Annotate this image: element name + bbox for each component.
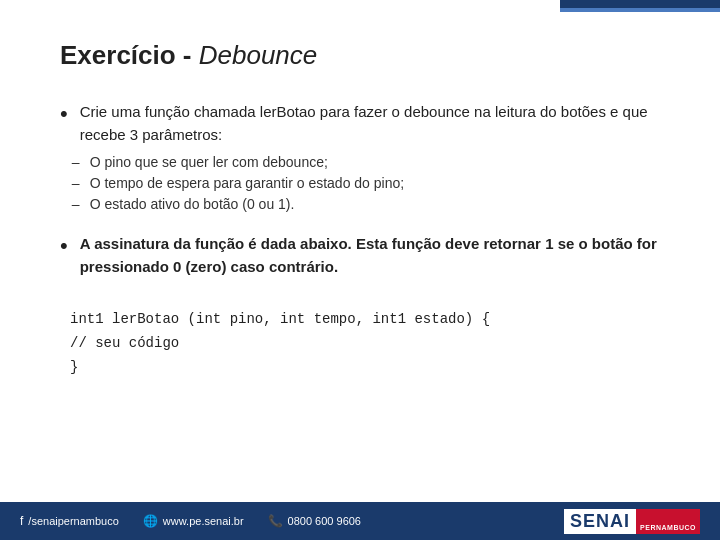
footer-website: 🌐 www.pe.senai.br [143, 514, 244, 528]
footer-phone: 📞 0800 600 9606 [268, 514, 361, 528]
footer-facebook: f /senaipernambuco [20, 514, 119, 528]
title-prefix: Exercício - [60, 40, 199, 70]
sub-item-1: O pino que se quer ler com debounce; [80, 152, 660, 173]
sub-list-1: O pino que se quer ler com debounce; O t… [80, 152, 660, 215]
facebook-icon: f [20, 514, 23, 528]
code-block: int1 lerBotao (int pino, int tempo, int1… [60, 308, 660, 379]
bullet-dot-2: • [60, 229, 68, 262]
slide-title: Exercício - Debounce [60, 40, 660, 71]
globe-icon: 🌐 [143, 514, 158, 528]
sub-item-2: O tempo de espera para garantir o estado… [80, 173, 660, 194]
footer-website-text: www.pe.senai.br [163, 515, 244, 527]
bullet-item-1: • Crie uma função chamada lerBotao para … [60, 101, 660, 215]
footer-bar: f /senaipernambuco 🌐 www.pe.senai.br 📞 0… [0, 502, 720, 540]
slide-content: Exercício - Debounce • Crie uma função c… [0, 0, 720, 502]
title-italic: Debounce [199, 40, 318, 70]
footer-right: SENAI PERNAMBUCO [564, 509, 700, 534]
bullet-list: • Crie uma função chamada lerBotao para … [60, 101, 660, 278]
code-line-2: // seu código [70, 332, 660, 356]
sub-item-3: O estado ativo do botão (0 ou 1). [80, 194, 660, 215]
bullet-item-2: • A assinatura da função é dada abaixo. … [60, 233, 660, 278]
senai-logo-sub: PERNAMBUCO [636, 509, 700, 534]
top-accent-bar-light [560, 8, 720, 12]
senai-logo-text: SENAI [564, 509, 636, 534]
senai-logo: SENAI PERNAMBUCO [564, 509, 700, 534]
footer-facebook-text: /senaipernambuco [28, 515, 119, 527]
code-line-3: } [70, 356, 660, 380]
footer-left: f /senaipernambuco 🌐 www.pe.senai.br 📞 0… [20, 514, 361, 528]
phone-icon: 📞 [268, 514, 283, 528]
slide: Exercício - Debounce • Crie uma função c… [0, 0, 720, 540]
footer-phone-text: 0800 600 9606 [288, 515, 361, 527]
bullet-1-text: Crie uma função chamada lerBotao para fa… [80, 103, 648, 143]
top-accent-bar [560, 0, 720, 8]
bullet-dot-1: • [60, 97, 68, 130]
bullet-text-2: A assinatura da função é dada abaixo. Es… [80, 233, 660, 278]
code-line-1: int1 lerBotao (int pino, int tempo, int1… [70, 308, 660, 332]
bullet-text-1: Crie uma função chamada lerBotao para fa… [80, 101, 660, 215]
bullet-2-text: A assinatura da função é dada abaixo. Es… [80, 235, 657, 275]
